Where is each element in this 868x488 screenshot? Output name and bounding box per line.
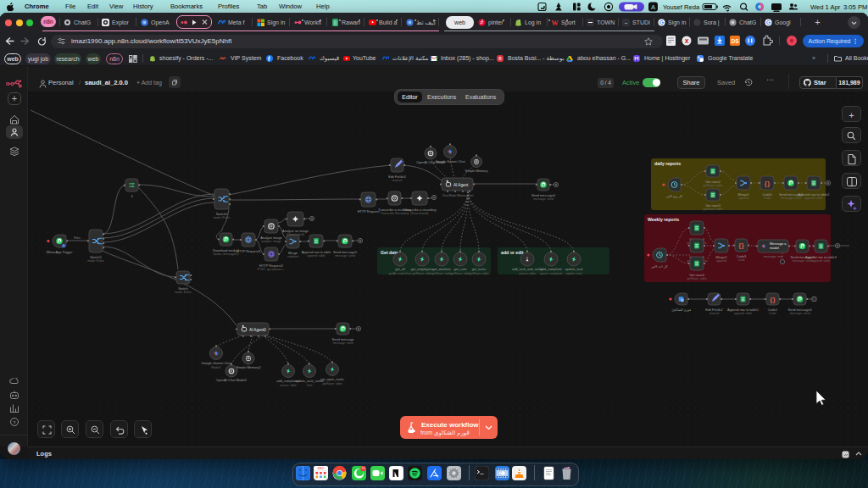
svg-text:Wed 1 Apr: Wed 1 Apr bbox=[810, 3, 841, 11]
svg-text:add_task_and_notify: add_task_and_notify bbox=[512, 267, 542, 271]
svg-text:get_open_tasks: get_open_tasks bbox=[320, 377, 344, 381]
svg-text:message: send: message: send bbox=[335, 254, 355, 258]
svg-text:Edit Fields3: Edit Fields3 bbox=[388, 175, 405, 179]
svg-text:Model1: Model1 bbox=[211, 366, 221, 369]
svg-text:Code: Code bbox=[737, 258, 744, 262]
svg-text:message: send: message: send bbox=[333, 341, 353, 345]
svg-text:Google Gemini Chat: Google Gemini Chat bbox=[201, 361, 231, 365]
svg-text:get_com: get_com bbox=[454, 267, 467, 271]
svg-text:Switch: Switch bbox=[178, 286, 187, 291]
svg-text:message: send: message: send bbox=[533, 197, 554, 201]
svg-text:Tool: Tool bbox=[307, 384, 313, 387]
svg-text:G: G bbox=[766, 19, 771, 25]
svg-text:Analyze image: Analyze image bbox=[260, 236, 282, 240]
svg-text:getRows: table: getRows: table bbox=[687, 277, 706, 280]
svg-text:}: } bbox=[773, 296, 776, 303]
svg-text:source: table: source: table bbox=[519, 272, 536, 275]
svg-text:Code1: Code1 bbox=[768, 308, 777, 312]
svg-text:B: B bbox=[498, 56, 502, 61]
svg-text:getRows: table: getRows: table bbox=[322, 382, 342, 385]
svg-text:get_employees: get_employees bbox=[411, 267, 433, 271]
svg-text:Append row to table: Append row to table bbox=[302, 250, 331, 254]
svg-text:append: table: append: table bbox=[804, 197, 822, 200]
svg-text:(Deactivated): (Deactivated) bbox=[411, 212, 429, 215]
svg-text:Append row to table3: Append row to table3 bbox=[805, 255, 837, 259]
svg-text:append: table: append: table bbox=[734, 312, 752, 315]
svg-text:Edit Fields2: Edit Fields2 bbox=[705, 308, 722, 312]
svg-text:70: 70 bbox=[362, 467, 365, 470]
svg-text:4: 4 bbox=[131, 194, 133, 198]
svg-text:add_complaint: add_complaint bbox=[540, 267, 562, 271]
svg-text:Send message4: Send message4 bbox=[787, 308, 812, 312]
svg-text:mode: Rules: mode: Rules bbox=[214, 216, 231, 219]
svg-text:getRows: table: getRows: table bbox=[469, 272, 488, 275]
svg-text:WED: WED bbox=[317, 467, 324, 470]
svg-text:W: W bbox=[552, 19, 559, 26]
svg-text:Code: Code bbox=[764, 197, 771, 200]
svg-text:}: } bbox=[742, 241, 744, 249]
svg-text:Merge2: Merge2 bbox=[715, 255, 726, 259]
svg-text:Code: Code bbox=[769, 312, 776, 315]
svg-text:getRows: table: getRows: table bbox=[703, 184, 722, 187]
svg-text:message: send: message: send bbox=[790, 312, 810, 315]
svg-text:append: append bbox=[738, 197, 748, 200]
svg-text:Append row to table1: Append row to table1 bbox=[727, 308, 759, 312]
svg-text:append: table: append: table bbox=[812, 259, 830, 263]
svg-text:Transcribe Recording: Transcribe Recording bbox=[381, 212, 409, 215]
svg-text:Switch0: Switch0 bbox=[216, 212, 228, 216]
svg-text:getRows: table: getRows: table bbox=[703, 208, 722, 211]
svg-text:Code0: Code0 bbox=[762, 192, 772, 197]
svg-text:append: table: append: table bbox=[307, 254, 325, 258]
svg-text:get_markets: get_markets bbox=[432, 267, 450, 271]
svg-text:?: ? bbox=[13, 420, 16, 425]
svg-text:3:05 PM: 3:05 PM bbox=[843, 3, 867, 11]
svg-text:Send message0: Send message0 bbox=[531, 193, 556, 197]
svg-text:update: task: update: task bbox=[565, 272, 581, 275]
svg-text:append: append bbox=[716, 259, 726, 263]
svg-text:AI Agent: AI Agent bbox=[453, 183, 469, 187]
svg-text:getRows: table: getRows: table bbox=[450, 272, 470, 275]
svg-text:فورم الشكاوي: فورم الشكاوي bbox=[671, 308, 691, 312]
svg-text:get_all: get_all bbox=[395, 267, 405, 271]
svg-text:message: text: message: text bbox=[764, 255, 782, 258]
svg-text:~: ~ bbox=[625, 19, 628, 25]
svg-text:update_task: update_task bbox=[565, 267, 582, 271]
svg-text:upsert: complaint: upsert: complaint bbox=[540, 272, 563, 275]
svg-text:mode: Rules: mode: Rules bbox=[87, 259, 104, 263]
svg-text:Download media1: Download media1 bbox=[213, 248, 239, 252]
svg-text:Send message: Send message bbox=[332, 337, 354, 341]
svg-text:Google Gemini Chat: Google Gemini Chat bbox=[435, 159, 465, 164]
svg-text:getAs: autoChart: getAs: autoChart bbox=[389, 272, 411, 275]
svg-text:}: } bbox=[767, 180, 770, 187]
svg-text:كل يوم 9ص: كل يوم 9ص bbox=[666, 194, 683, 198]
svg-text:HTTP Request: HTTP Request bbox=[358, 209, 381, 214]
svg-text:Get rows6: Get rows6 bbox=[689, 273, 704, 277]
svg-text:model: model bbox=[770, 246, 779, 250]
svg-text:HTTP Request3: HTTP Request3 bbox=[236, 249, 260, 253]
svg-text:message: send: message: send bbox=[793, 259, 813, 263]
svg-text:(Deactivated): (Deactivated) bbox=[287, 233, 304, 236]
svg-text:get_tasks: get_tasks bbox=[472, 267, 487, 271]
svg-text:getRows: table: getRows: table bbox=[412, 272, 431, 275]
svg-text:manual: manual bbox=[709, 312, 720, 315]
svg-text:AI Agent0: AI Agent0 bbox=[249, 328, 266, 332]
svg-text:Switch1: Switch1 bbox=[90, 255, 102, 259]
svg-text:OpenAI Chat Model1: OpenAI Chat Model1 bbox=[216, 378, 247, 382]
svg-text:media: messageUrl: media: messageUrl bbox=[213, 252, 238, 256]
svg-text:Merge: Merge bbox=[288, 251, 298, 255]
svg-text:Analyze an image: Analyze an image bbox=[282, 229, 309, 233]
svg-text:message: send: message: send bbox=[781, 197, 801, 200]
svg-text:Files: Files bbox=[74, 236, 81, 240]
svg-text:add or edit: add or edit bbox=[501, 250, 524, 255]
svg-text:Chat Model Memory Tool: Chat Model Memory Tool bbox=[442, 194, 474, 197]
svg-text:Merge0: Merge0 bbox=[737, 192, 749, 197]
svg-text:Transcribe a recording: Transcribe a recording bbox=[403, 208, 437, 212]
svg-text:Append row to table2: Append row to table2 bbox=[798, 192, 830, 197]
svg-text:DS: DS bbox=[731, 37, 739, 43]
svg-text:Send message5: Send message5 bbox=[333, 250, 357, 254]
svg-text:Simple Memory2: Simple Memory2 bbox=[236, 365, 260, 369]
svg-text:mode: Rules: mode: Rules bbox=[175, 291, 192, 294]
svg-text:combine: combine bbox=[287, 255, 298, 258]
svg-text:analyze: image: analyze: image bbox=[261, 240, 281, 243]
svg-text:HTTP Request2: HTTP Request2 bbox=[259, 263, 283, 268]
